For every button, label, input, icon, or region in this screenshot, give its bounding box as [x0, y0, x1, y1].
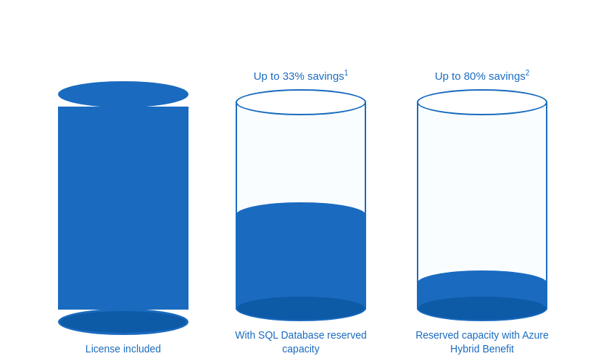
- cylinder-bottom: [58, 309, 188, 335]
- savings-label-hybrid: Up to 80% savings2: [435, 68, 530, 83]
- cylinder-group-license: License included: [58, 51, 188, 357]
- cylinder-caption-hybrid: Reserved capacity with Azure Hybrid Bene…: [413, 328, 551, 357]
- cyl-inner-top: [236, 202, 366, 228]
- cyl-outer-top: [236, 89, 366, 115]
- cylinder-group-sql: Up to 33% savings1 With SQL Database res…: [232, 68, 370, 357]
- cyl3-outer-bottom: [417, 295, 547, 321]
- cylinder-body: [58, 107, 188, 310]
- cylinder-caption-license: License included: [86, 342, 161, 357]
- cylinder-sql: [236, 89, 366, 321]
- cyl3-outer-top: [417, 89, 547, 115]
- cyl-body-area: [236, 102, 366, 308]
- cylinder-top: [58, 81, 188, 107]
- cyl-outer-bottom: [236, 295, 366, 321]
- savings-label-sql: Up to 33% savings1: [254, 68, 349, 83]
- cyl3-inner-top: [417, 270, 547, 297]
- cylinder-hybrid: [417, 89, 547, 321]
- cyl3-body-area: [417, 102, 547, 308]
- cylinder-group-hybrid: Up to 80% savings2 Reserved capacity wit…: [413, 68, 551, 357]
- cylinder-license: [58, 81, 188, 335]
- chart-container: License included Up to 33% savings1: [0, 0, 609, 364]
- cylinder-caption-sql: With SQL Database reserved capacity: [232, 328, 370, 357]
